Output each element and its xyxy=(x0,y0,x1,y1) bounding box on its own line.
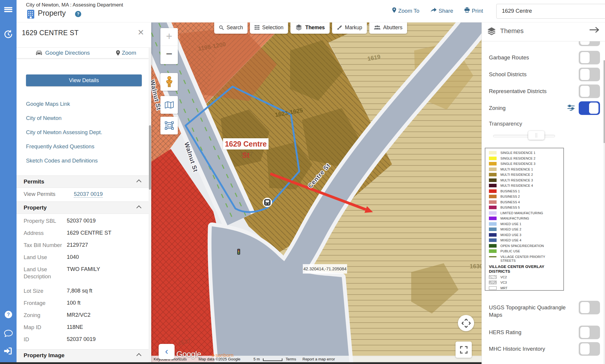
property-attribute-row: ID52037 0019 xyxy=(17,334,149,346)
link-google-maps-link[interactable]: Google Maps Link xyxy=(17,97,149,111)
legend-entry: PUBLIC USE xyxy=(489,249,562,253)
legend-swatch xyxy=(489,195,497,198)
property-attribute-row: Lot Size7,808 sq ft xyxy=(17,285,149,297)
map-tool-markup[interactable]: Markup xyxy=(332,22,367,34)
layer-settings-icon[interactable] xyxy=(567,104,575,112)
link-sketch-codes-and-definitions[interactable]: Sketch Codes and Definitions xyxy=(17,154,149,168)
property-section-header[interactable]: Property xyxy=(17,202,149,214)
legend-swatch xyxy=(489,281,497,284)
toggle-garbage-routes[interactable] xyxy=(579,51,600,64)
history-icon[interactable] xyxy=(0,27,17,41)
attribution-2: 5 m xyxy=(253,357,260,361)
legend-swatch xyxy=(489,211,497,215)
toggle-mhc-historic-inventory[interactable] xyxy=(579,342,600,356)
legend-entry: MULTI RESIDENCE 2 xyxy=(489,173,562,177)
legend-swatch xyxy=(489,244,497,248)
page-help-icon[interactable]: ? xyxy=(75,11,81,17)
map-toolbar: SearchSelectionThemesMarkupAbutters xyxy=(214,22,407,34)
toggle-representative-districts[interactable] xyxy=(579,84,600,98)
map-extent-button[interactable] xyxy=(160,117,178,134)
toggle-zoning[interactable] xyxy=(579,101,600,115)
link-frequently-asked-questions[interactable]: Frequently Asked Questions xyxy=(17,139,149,154)
layer-row-mhc-historic-inventory: MHC Historic Inventory xyxy=(482,342,605,356)
toggle-hers-rating[interactable] xyxy=(579,326,600,339)
map-tool-themes[interactable]: Themes xyxy=(290,22,329,34)
map-tool-selection[interactable]: Selection xyxy=(250,22,288,34)
toggle-partial[interactable] xyxy=(579,41,600,46)
left-nav-rail: ? xyxy=(0,0,17,364)
parcel-address-title: 1629 CENTRE ST xyxy=(22,29,79,37)
toggle-school-districts[interactable] xyxy=(579,68,600,81)
zoom-out-button[interactable]: − xyxy=(160,46,178,64)
pin-icon xyxy=(392,7,396,14)
zoom-in-button[interactable]: + xyxy=(160,28,178,46)
link-city-of-newton-assessing-dept-[interactable]: City of Newton Assessing Dept. xyxy=(17,125,149,139)
view-permits-link[interactable]: 52037 0019 xyxy=(74,191,103,198)
zoning-legend: SINGLE RESIDENCE 1SINGLE RESIDENCE 2SING… xyxy=(485,148,564,291)
permits-section-header[interactable]: Permits xyxy=(17,176,149,188)
legend-swatch xyxy=(489,222,497,226)
google-directions-link[interactable]: Google Directions xyxy=(35,50,90,56)
scrollbar-thumb[interactable] xyxy=(149,125,151,190)
help-icon[interactable]: ? xyxy=(0,307,17,321)
hamburger-menu-icon[interactable] xyxy=(0,2,17,17)
scale-bar xyxy=(263,358,282,361)
link-city-of-newton[interactable]: City of Newton xyxy=(17,111,149,125)
map-tool-search[interactable]: Search xyxy=(214,22,248,34)
sanborn-logo: »sanborn xyxy=(212,352,234,358)
header-action-print[interactable]: Print xyxy=(464,7,483,14)
fullscreen-button[interactable] xyxy=(456,342,472,358)
search-input[interactable]: 1629 Centre ✕ xyxy=(496,4,605,19)
property-attribute-table: Property SBL52037 0019Address1629 CENTRE… xyxy=(17,215,149,346)
legend-entry: MIXED USE 2 xyxy=(489,227,562,231)
map-canvas[interactable]: Walnut St Walnut St Centre St 1198-1200 … xyxy=(151,22,482,364)
pan-control-button[interactable] xyxy=(458,315,474,331)
view-details-button[interactable]: View Details xyxy=(26,74,142,86)
close-panel-icon[interactable]: ✕ xyxy=(137,28,144,37)
themes-scrollbar[interactable] xyxy=(604,60,605,364)
transparency-slider[interactable] xyxy=(482,130,605,143)
traffic-light-icon xyxy=(237,249,240,255)
attribution-3[interactable]: Terms xyxy=(286,357,296,361)
app-title: City of Newton, MA : Assessing Departmen… xyxy=(26,2,123,8)
window-bottom-edge xyxy=(0,362,482,364)
people-icon xyxy=(374,25,380,30)
brush-icon xyxy=(337,25,342,30)
google-logo: Google xyxy=(176,350,201,359)
themes-panel: Themes Garbage Routes School Districts R… xyxy=(482,22,605,364)
panel-scrollbar[interactable] xyxy=(149,47,151,364)
toggle-usgs-topographic-quadrangle-maps[interactable] xyxy=(579,301,600,314)
page-title: Property xyxy=(38,9,66,17)
layers-icon xyxy=(487,27,496,37)
attribution-4[interactable]: Report a map error xyxy=(302,357,335,361)
legend-entry: VILLAGE CENTER PRIORITY STREETS xyxy=(489,255,562,263)
scrollbar-thumb[interactable] xyxy=(604,60,605,143)
bus-stop-icon[interactable] xyxy=(263,198,272,207)
legend-entry: MIXED USE 3 xyxy=(489,233,562,237)
basemap-toggle-button[interactable] xyxy=(160,96,178,114)
parcel-number-1630: 1630 xyxy=(470,263,482,269)
slider-thumb[interactable] xyxy=(528,131,544,140)
pegman-streetview-button[interactable] xyxy=(160,73,178,91)
print-icon xyxy=(464,7,470,14)
collapse-panel-arrow-icon[interactable] xyxy=(589,26,599,35)
transparency-label: Transparency xyxy=(489,121,522,127)
legend-swatch xyxy=(489,178,497,182)
header-action-zoom-to[interactable]: Zoom To xyxy=(392,7,419,14)
slider-track[interactable] xyxy=(493,135,555,137)
pin-icon xyxy=(116,50,120,56)
panel-quick-actions: Google Directions Zoom xyxy=(17,47,149,58)
legend-entry: OPEN SPACE/RECREATION xyxy=(489,244,562,248)
collapse-map-chevron-button[interactable]: ‹ xyxy=(159,344,175,359)
zoom-to-parcel-link[interactable]: Zoom xyxy=(116,50,136,56)
sign-in-icon[interactable] xyxy=(0,344,17,358)
chat-icon[interactable] xyxy=(0,326,17,340)
legend-swatch xyxy=(489,256,497,257)
header-action-share[interactable]: Share xyxy=(431,7,453,14)
collapse-chevron-icon xyxy=(136,205,142,210)
legend-entry: SINGLE RESIDENCE 3 xyxy=(489,162,562,166)
property-image-section-header[interactable]: Property Image xyxy=(17,349,149,362)
view-permits-row: View Permits 52037 0019 xyxy=(17,188,149,202)
map-tool-abutters[interactable]: Abutters xyxy=(369,22,407,34)
legend-entry: LIMITED MANUFACTURING xyxy=(489,211,562,215)
